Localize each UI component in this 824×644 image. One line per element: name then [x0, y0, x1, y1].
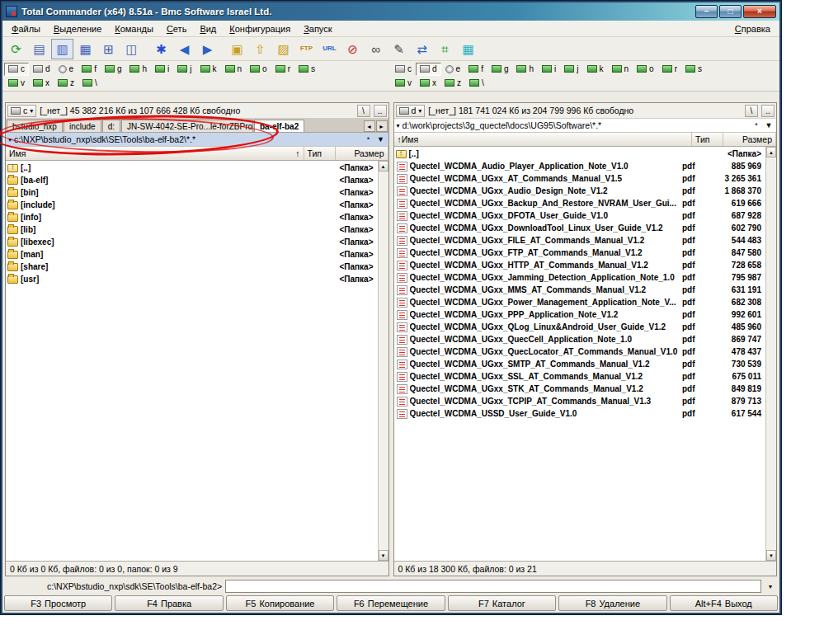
sync-dirs-icon[interactable]: ⇄: [411, 39, 433, 59]
fkey-f7-button[interactable]: F7Каталог: [448, 595, 556, 611]
file-row[interactable]: Quectel_WCDMA_UGxx_Power_Management_Appl…: [394, 296, 766, 308]
refresh-icon[interactable]: ⟳: [5, 39, 27, 59]
scroll-up-icon[interactable]: ▲: [766, 147, 776, 157]
path-filter-button[interactable]: *: [364, 135, 374, 143]
drive-button-right-o[interactable]: o: [633, 63, 658, 76]
drive-button-right-e[interactable]: e: [441, 63, 465, 76]
fkey-f8-button[interactable]: F8Удаление: [558, 595, 666, 611]
file-row[interactable]: [..]<Папка>: [394, 148, 766, 160]
drive-button-right-n[interactable]: n: [608, 63, 633, 76]
menu-item-5[interactable]: Вид: [193, 22, 223, 35]
menu-item-1[interactable]: Файлы: [5, 22, 47, 35]
network-icon[interactable]: ⌗: [434, 39, 456, 59]
fkey-f6-button[interactable]: F6Перемещение: [337, 595, 445, 611]
drive-button-right-h[interactable]: h: [512, 63, 538, 76]
menu-item-6[interactable]: Конфигурация: [223, 22, 297, 35]
file-row[interactable]: [lib]<Папка>: [6, 223, 378, 236]
tab-scroll-left-icon[interactable]: ◄: [364, 120, 375, 132]
thumbnail-view-icon[interactable]: ▦: [74, 39, 97, 59]
scroll-track[interactable]: [766, 157, 776, 550]
close-button[interactable]: ×: [743, 5, 776, 18]
maximize-button[interactable]: □: [719, 5, 742, 18]
search-icon[interactable]: ∞: [365, 39, 387, 59]
column-header-size[interactable]: Размер: [336, 147, 388, 160]
ftp-url-icon[interactable]: URL: [318, 39, 341, 59]
drive-button-left-f[interactable]: f: [78, 63, 101, 76]
ftp-connect-icon[interactable]: FTP: [295, 39, 318, 59]
fkey-f4-button[interactable]: F4Правка: [115, 595, 223, 611]
drive-button-right-s[interactable]: s: [681, 63, 706, 76]
file-row[interactable]: [usr]<Папка>: [6, 273, 378, 285]
file-row[interactable]: Quectel_WCDMA_UGxx_PPP_Application_Note_…: [394, 308, 766, 321]
path-history-button[interactable]: ▼: [376, 135, 386, 143]
full-view-icon[interactable]: ▥: [51, 39, 73, 59]
drive-button-left-i[interactable]: i: [151, 63, 173, 76]
file-row[interactable]: Quectel_WCDMA_UGxx_Backup_And_Restore_NV…: [394, 197, 766, 209]
title-bar[interactable]: Total Commander (x64) 8.51a - Bmc Softwa…: [2, 2, 779, 21]
column-header-type[interactable]: Тип: [304, 147, 336, 160]
file-row[interactable]: Quectel_WCDMA_UGxx_DFOTA_User_Guide_V1.0…: [394, 209, 766, 222]
drive-button-right-v[interactable]: v: [391, 77, 416, 90]
file-row[interactable]: Quectel_WCDMA_UGxx_FILE_AT_Commands_Manu…: [394, 234, 766, 247]
column-header-name[interactable]: ↑Имя: [394, 133, 693, 146]
command-history-dropdown-icon[interactable]: ▾: [765, 583, 776, 590]
drive-button-left-v[interactable]: v: [4, 77, 29, 90]
root-dir-button[interactable]: \: [357, 105, 370, 117]
file-row[interactable]: Quectel_WCDMA_UGxx_QuecLocator_AT_Comman…: [394, 346, 766, 358]
calculator-icon[interactable]: ▦: [457, 39, 479, 59]
file-row[interactable]: Quectel_WCDMA_UGxx_SSL_AT_Commands_Manua…: [394, 370, 766, 383]
ftp-disconnect-icon[interactable]: ⊘: [341, 39, 364, 59]
path-history-button[interactable]: ▼: [764, 121, 774, 129]
parent-dir-button[interactable]: ..: [761, 105, 775, 117]
scroll-track[interactable]: [379, 172, 388, 550]
drive-button-right-k[interactable]: k: [583, 63, 608, 76]
column-header-name[interactable]: Имя↑: [6, 147, 304, 160]
file-row[interactable]: [include]<Папка>: [6, 199, 378, 211]
file-row[interactable]: Quectel_WCDMA_UGxx_AT_Commands_Manual_V1…: [394, 172, 766, 185]
drive-button-left-d[interactable]: d: [29, 63, 54, 76]
file-row[interactable]: [libexec]<Папка>: [6, 236, 378, 248]
file-row[interactable]: [man]<Папка>: [6, 248, 378, 261]
command-input[interactable]: [225, 580, 761, 593]
file-row[interactable]: Quectel_WCDMA_UGxx_MMS_AT_Commands_Manua…: [394, 284, 766, 296]
path-filter-button[interactable]: *: [751, 121, 761, 129]
menu-item-4[interactable]: Сеть: [160, 22, 193, 35]
scroll-up-icon[interactable]: ▲: [379, 161, 388, 172]
drive-button-left-x[interactable]: x: [29, 77, 54, 90]
drive-button-left-o[interactable]: o: [246, 63, 271, 76]
drive-button-right-z[interactable]: z: [440, 77, 465, 90]
scroll-down-icon[interactable]: ▼: [766, 550, 776, 561]
drive-button-left-s[interactable]: s: [294, 63, 319, 76]
drive-button-left-n[interactable]: n: [221, 63, 247, 76]
folder-tab-5[interactable]: ba-elf-ba2: [254, 120, 304, 132]
test-archive-icon[interactable]: ▨: [272, 39, 294, 59]
drive-button-right-j[interactable]: j: [560, 63, 582, 76]
file-row[interactable]: [share]<Папка>: [6, 261, 378, 273]
drive-button-left-j[interactable]: j: [173, 63, 195, 76]
folder-tab-2[interactable]: include: [64, 120, 101, 132]
file-row[interactable]: Quectel_WCDMA_USSD_User_Guide_V1.0pdf617…: [394, 407, 766, 420]
scroll-down-icon[interactable]: ▼: [379, 550, 388, 561]
file-row[interactable]: [..]<Папка>: [6, 162, 378, 174]
drive-button-right-f[interactable]: f: [464, 63, 487, 76]
right-scrollbar[interactable]: ▲ ▼: [765, 147, 776, 561]
menu-item-3[interactable]: Команды: [108, 22, 160, 35]
drive-button-left-h[interactable]: h: [125, 63, 151, 76]
drive-button-right-d[interactable]: d: [416, 63, 441, 76]
left-drive-selector[interactable]: c ▾: [7, 105, 36, 117]
minimize-button[interactable]: –: [695, 5, 718, 18]
file-row[interactable]: Quectel_WCDMA_UGxx_TCPIP_AT_Commands_Man…: [394, 395, 766, 407]
left-path-bar[interactable]: ▾ c:\NXP\bstudio_nxp\sdk\SE\Tools\ba-elf…: [6, 133, 388, 147]
tab-scroll-right-icon[interactable]: ►: [376, 120, 388, 132]
fkey-f3-button[interactable]: F3Просмотр: [4, 595, 112, 611]
drive-button-left-g[interactable]: g: [101, 63, 126, 76]
fkey-f5-button[interactable]: F5Копирование: [226, 595, 334, 611]
brief-view-icon[interactable]: ▤: [28, 39, 50, 59]
menu-item-help[interactable]: Справка: [728, 22, 777, 35]
unpack-icon[interactable]: ⇧: [249, 39, 271, 59]
multi-rename-icon[interactable]: ✎: [388, 39, 410, 59]
drive-button-right-i[interactable]: i: [538, 63, 560, 76]
menu-item-7[interactable]: Запуск: [297, 22, 338, 35]
root-dir-button[interactable]: \: [745, 105, 758, 117]
menu-item-2[interactable]: Выделение: [47, 22, 108, 35]
